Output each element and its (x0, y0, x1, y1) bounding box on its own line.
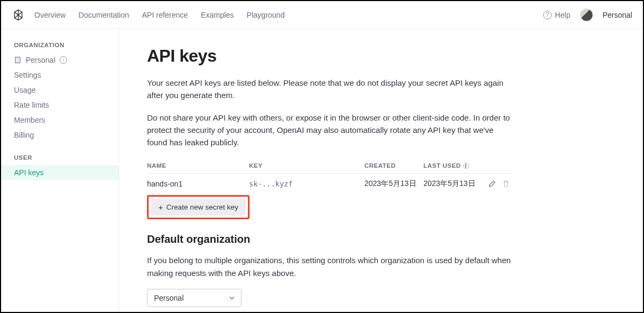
default-org-heading: Default organization (147, 233, 615, 245)
cell-last-used: 2023年5月13日 (423, 179, 482, 189)
sidebar-item-label: API keys (14, 168, 43, 177)
nav-playground[interactable]: Playground (247, 11, 285, 19)
create-secret-key-button[interactable]: + Create new secret key (151, 199, 246, 215)
avatar[interactable] (580, 9, 593, 21)
col-last-used: LAST USEDi (423, 162, 482, 169)
col-last-used-label: LAST USED (423, 162, 461, 169)
create-button-highlight: + Create new secret key (147, 195, 250, 219)
info-icon: i (60, 56, 67, 64)
intro-paragraph-1: Your secret API keys are listed below. P… (147, 77, 512, 102)
sidebar-item-personal[interactable]: Personal i (1, 53, 119, 68)
sidebar-item-rate-limits[interactable]: Rate limits (1, 98, 119, 113)
delete-icon[interactable] (502, 180, 510, 188)
sidebar-item-label: Personal (26, 56, 55, 64)
default-org-text: If you belong to multiple organizations,… (147, 254, 512, 279)
cell-created: 2023年5月13日 (364, 179, 423, 189)
nav-examples[interactable]: Examples (201, 11, 233, 19)
account-menu[interactable]: Personal (603, 11, 632, 19)
select-value: Personal (154, 294, 184, 302)
sidebar: ORGANIZATION Personal i Settings Usage R… (1, 29, 119, 312)
sidebar-item-label: Settings (14, 71, 41, 79)
sidebar-org-heading: ORGANIZATION (1, 42, 119, 53)
sidebar-user-heading: USER (1, 154, 119, 165)
create-button-label: Create new secret key (166, 203, 238, 211)
sidebar-item-members[interactable]: Members (1, 113, 119, 128)
col-key: KEY (249, 162, 364, 169)
sidebar-item-settings[interactable]: Settings (1, 68, 119, 83)
intro-paragraph-2: Do not share your API key with others, o… (147, 111, 512, 149)
cell-key: sk-...kyzf (249, 180, 364, 188)
edit-icon[interactable] (488, 180, 496, 188)
topnav-right: ? Help Personal (543, 9, 632, 21)
svg-rect-0 (16, 57, 20, 63)
page-title: API keys (147, 46, 615, 66)
row-actions (482, 180, 512, 188)
help-link[interactable]: ? Help (543, 11, 570, 19)
sidebar-org-section: ORGANIZATION Personal i Settings Usage R… (1, 42, 119, 143)
topnav: Overview Documentation API reference Exa… (1, 1, 643, 29)
col-name: NAME (147, 162, 249, 169)
building-icon (14, 56, 21, 64)
cell-name: hands-on1 (147, 180, 249, 188)
sidebar-item-usage[interactable]: Usage (1, 83, 119, 98)
table-header: NAME KEY CREATED LAST USEDi (147, 158, 512, 174)
sidebar-user-section: USER API keys (1, 154, 119, 180)
nav-api-reference[interactable]: API reference (142, 11, 188, 19)
sidebar-item-label: Rate limits (14, 101, 49, 109)
table-row: hands-on1 sk-...kyzf 2023年5月13日 2023年5月1… (147, 174, 512, 194)
chevron-down-icon (229, 295, 235, 301)
default-org-select[interactable]: Personal (147, 289, 241, 307)
nav-documentation[interactable]: Documentation (78, 11, 129, 19)
sidebar-item-label: Usage (14, 86, 35, 94)
api-keys-table: NAME KEY CREATED LAST USEDi hands-on1 sk… (147, 158, 512, 194)
topnav-links: Overview Documentation API reference Exa… (34, 11, 284, 19)
main: API keys Your secret API keys are listed… (119, 29, 643, 312)
plus-icon: + (158, 203, 163, 211)
sidebar-item-label: Members (14, 116, 45, 124)
help-label: Help (555, 11, 570, 19)
help-icon: ? (543, 11, 552, 19)
openai-logo-icon (12, 9, 25, 21)
col-created: CREATED (364, 162, 423, 169)
sidebar-item-label: Billing (14, 131, 34, 139)
sidebar-item-billing[interactable]: Billing (1, 128, 119, 143)
nav-overview[interactable]: Overview (34, 11, 65, 19)
shell: ORGANIZATION Personal i Settings Usage R… (1, 29, 643, 312)
info-icon: i (463, 163, 469, 169)
sidebar-item-api-keys[interactable]: API keys (1, 165, 119, 180)
